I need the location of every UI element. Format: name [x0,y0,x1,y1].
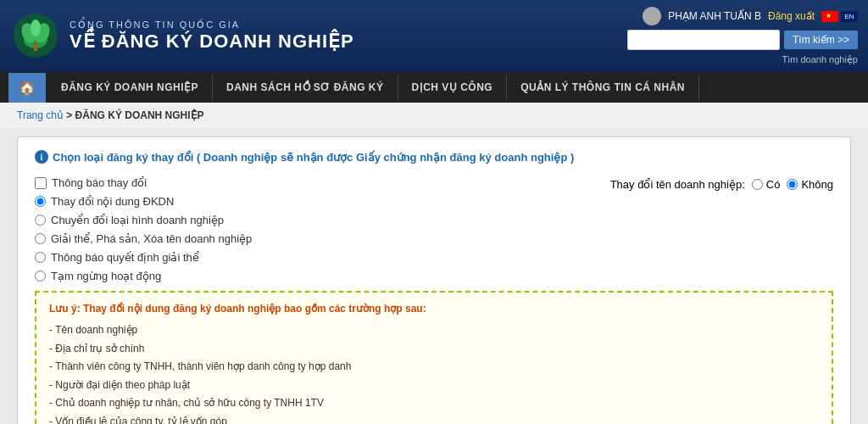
form-top-row: Thông báo thay đổi Thay đổi nội dung ĐKD… [35,176,833,282]
breadcrumb-separator: > [66,109,75,121]
option-giai-the-label: Giải thể, Phá sản, Xóa tên doanh nghiệp [51,232,252,245]
avatar [643,7,661,25]
radio-ten-co-label: Có [766,178,781,191]
search-input[interactable] [627,30,780,50]
vn-flag-icon [821,11,838,22]
nav-item-registration[interactable]: ĐĂNG KÝ DOANH NGHIỆP [47,75,213,100]
form-box: i Chọn loại đăng ký thay đổi ( Doanh ngh… [17,137,851,424]
option-chuyen-doi-label: Chuyển đổi loại hình doanh nghiệp [51,214,224,226]
option-chuyen-doi: Chuyển đổi loại hình doanh nghiệp [35,214,610,226]
change-name-khong: Không [787,178,833,191]
header: CỔNG THÔNG TIN QUỐC GIA VỀ ĐĂNG KÝ DOANH… [0,0,868,72]
option-giai-the: Giải thể, Phá sản, Xóa tên doanh nghiệp [35,232,610,245]
header-subtitle: CỔNG THÔNG TIN QUỐC GIA [70,20,354,31]
user-name: PHẠM ANH TUẤN B [668,10,761,22]
option-quyet-dinh-label: Thông báo quyết định giải thể [51,251,199,264]
change-name-co: Có [752,178,781,191]
note-item-4: Người đại diện theo pháp luật [49,377,819,395]
nav-item-services[interactable]: DỊCH VỤ CÔNG [398,75,508,100]
note-item-5: Chủ doanh nghiệp tư nhân, chủ sở hữu côn… [49,394,819,413]
form-title: i Chọn loại đăng ký thay đổi ( Doanh ngh… [35,150,833,164]
nav-item-profile[interactable]: QUẢN LÝ THÔNG TIN CÁ NHÂN [507,75,699,100]
breadcrumb-home[interactable]: Trang chủ [17,109,64,121]
svg-point-4 [31,20,41,36]
radio-ten-khong-label: Không [801,178,833,191]
note-item-3: Thành viên công ty TNHH, thành viên hợp … [49,358,819,377]
search-hint: Tìm doanh nghiệp [782,54,858,65]
radio-giai-the[interactable] [35,233,46,244]
option-thay-doi-label: Thay đổi nội dung ĐKDN [51,195,174,208]
radio-ten-co[interactable] [752,179,763,190]
logout-button[interactable]: Đăng xuất [768,10,815,22]
en-flag-icon: EN [841,11,858,22]
option-thay-doi: Thay đổi nội dung ĐKDN [35,195,610,208]
header-title: CỔNG THÔNG TIN QUỐC GIA VỀ ĐĂNG KÝ DOANH… [70,20,354,53]
option-tam-ngung: Tạm ngừng hoạt động [35,270,610,282]
header-main-title: VỀ ĐĂNG KÝ DOANH NGHIỆP [70,31,354,53]
breadcrumb: Trang chủ > ĐĂNG KÝ DOANH NGHIỆP [0,103,868,128]
option-quyet-dinh: Thông báo quyết định giải thể [35,251,610,264]
user-bar: PHẠM ANH TUẤN B Đăng xuất EN [643,7,858,25]
info-icon: i [35,150,48,164]
note-title: Lưu ý: Thay đổi nội dung đăng ký doanh n… [49,303,819,315]
radio-thay-doi[interactable] [35,196,46,207]
nav-item-list[interactable]: DANH SÁCH HỒ SƠ ĐĂNG KÝ [213,75,398,100]
radio-group: Thông báo thay đổi Thay đổi nội dung ĐKD… [35,176,610,282]
form-title-text: Chọn loại đăng ký thay đổi ( Doanh nghiệ… [53,151,574,164]
navigation: 🏠 ĐĂNG KÝ DOANH NGHIỆP DANH SÁCH HỒ SƠ Đ… [0,72,868,103]
note-box: Lưu ý: Thay đổi nội dung đăng ký doanh n… [35,291,833,424]
option-thong-bao: Thông báo thay đổi [35,176,610,189]
logo-area: CỔNG THÔNG TIN QUỐC GIA VỀ ĐĂNG KÝ DOANH… [10,13,354,59]
note-item-2: Địa chỉ trụ sở chính [49,340,819,359]
radio-ten-khong[interactable] [787,179,798,190]
breadcrumb-current: ĐĂNG KÝ DOANH NGHIỆP [75,109,204,121]
svg-rect-5 [34,42,37,51]
flag-icons: EN [821,11,858,22]
radio-chuyen-doi[interactable] [35,215,46,226]
option-tam-ngung-label: Tạm ngừng hoạt động [51,270,161,282]
search-area: Tìm kiếm >> [627,30,858,50]
form-right-col: Thay đổi tên doanh nghiệp: Có Không [610,176,833,191]
note-list: Tên doanh nghiệp Địa chỉ trụ sở chính Th… [49,321,819,424]
search-button[interactable]: Tìm kiếm >> [784,31,858,49]
form-left-col: Thông báo thay đổi Thay đổi nội dung ĐKD… [35,176,610,282]
logo-icon [10,13,61,59]
radio-quyet-dinh[interactable] [35,252,46,263]
checkbox-thong-bao[interactable] [35,177,47,189]
note-item-1: Tên doanh nghiệp [49,321,819,340]
change-name-label: Thay đổi tên doanh nghiệp: [610,178,745,191]
header-right: PHẠM ANH TUẤN B Đăng xuất EN Tìm kiếm >>… [627,7,858,65]
option-thong-bao-label: Thông báo thay đổi [52,176,147,189]
note-item-6: Vốn điều lệ của công ty, tỷ lệ vốn góp [49,413,819,424]
main-content: i Chọn loại đăng ký thay đổi ( Doanh ngh… [0,128,868,424]
nav-home-button[interactable]: 🏠 [8,73,46,103]
radio-tam-ngung[interactable] [35,271,46,282]
